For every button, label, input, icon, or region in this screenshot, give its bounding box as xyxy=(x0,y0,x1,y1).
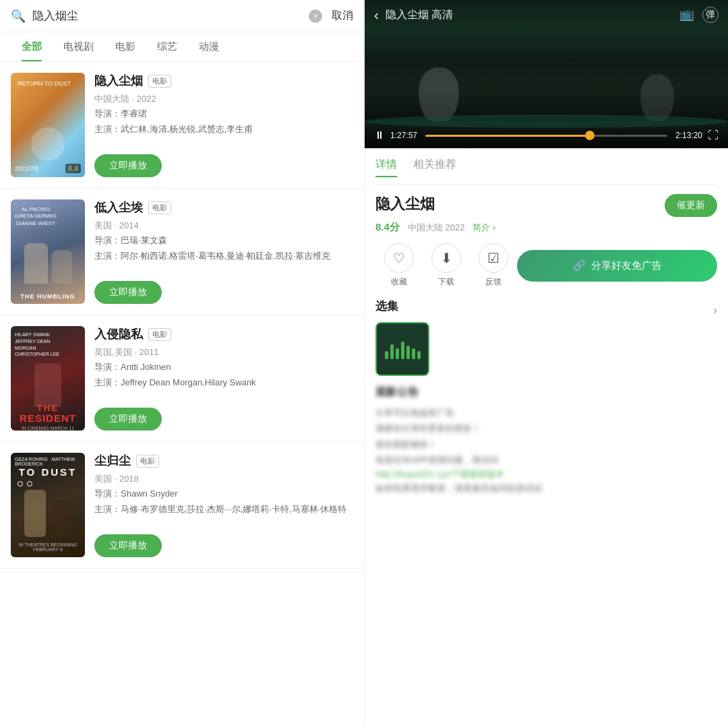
notice-title: 观影公告 xyxy=(375,385,717,400)
feedback-label: 反馈 xyxy=(485,276,502,288)
score-row: 8.4分 中国大陆 2022 简介 › xyxy=(375,221,717,234)
movie-tag-3: 电影 xyxy=(148,328,171,341)
movie-title-1: 隐入尘烟 xyxy=(94,73,143,89)
notice-line-1: 分享可以免提前广告 xyxy=(375,405,717,420)
fullscreen-button[interactable]: ⛶ xyxy=(708,129,719,141)
tab-movie[interactable]: 电影 xyxy=(104,32,146,61)
movie-cast-4: 主演：马修·布罗德里克,莎拉·杰斯···尔,娜塔莉·卡特,马塞林·休格特 xyxy=(94,503,353,516)
update-button[interactable]: 催更新 xyxy=(665,194,717,217)
ep-bar-3 xyxy=(396,348,399,359)
progress-fill xyxy=(425,135,590,137)
right-panel: ‹ 隐入尘烟 高清 📺 弹 ⏸ 1:27:57 2:13:20 ⛶ xyxy=(364,0,728,727)
speed-settings-icon[interactable]: 弹 xyxy=(702,7,719,23)
movie-card-2: AL PACINO GRETA GERWIG DIANNE WIEST THE … xyxy=(0,189,364,315)
notice-link[interactable]: http://thupo001.xyz/下载最新版本 xyxy=(375,468,717,480)
movie-tag-2: 电影 xyxy=(148,201,171,214)
movie-title-4: 尘归尘 xyxy=(94,453,131,469)
action-row: ♡ 收藏 ⬇ 下载 ☑ 反馈 🔗 分享好友免广告 xyxy=(375,243,717,288)
episode-thumb-1[interactable] xyxy=(375,322,429,376)
detail-tabs: 详情 相关推荐 xyxy=(375,148,717,185)
detail-title: 隐入尘烟 xyxy=(375,194,435,214)
movie-title-3: 入侵隐私 xyxy=(94,326,143,342)
episodes-section: 选集 › xyxy=(375,298,717,376)
tab-anime[interactable]: 动漫 xyxy=(188,32,230,61)
cast-icon[interactable]: 📺 xyxy=(679,7,694,23)
ep-bars xyxy=(385,339,421,359)
figure-right xyxy=(640,74,674,121)
search-bar: 🔍 隐入烟尘 × 取消 xyxy=(0,0,364,32)
tab-tv[interactable]: 电视剧 xyxy=(53,32,104,61)
tab-bar: 全部 电视剧 电影 综艺 动漫 xyxy=(0,32,364,62)
tab-variety[interactable]: 综艺 xyxy=(146,32,188,61)
action-download[interactable]: ⬇ 下载 xyxy=(423,243,470,288)
movie-meta-1: 中国大陆 · 2022 xyxy=(94,93,353,105)
tab-related[interactable]: 相关推荐 xyxy=(413,158,456,177)
back-button[interactable]: ‹ xyxy=(374,7,379,23)
play-btn-2[interactable]: 立即播放 xyxy=(94,281,162,304)
play-btn-4[interactable]: 立即播放 xyxy=(94,534,162,557)
clear-button[interactable]: × xyxy=(309,9,322,23)
tab-detail[interactable]: 详情 xyxy=(375,158,397,177)
video-player: ‹ 隐入尘烟 高清 📺 弹 ⏸ 1:27:57 2:13:20 ⛶ xyxy=(365,0,728,148)
figure-left xyxy=(419,67,459,121)
left-panel: 🔍 隐入烟尘 × 取消 全部 电视剧 电影 综艺 动漫 RETURN TO xyxy=(0,0,364,727)
notice-line-3: 祝你观影愉快！ xyxy=(375,437,717,452)
intro-link[interactable]: 简介 › xyxy=(473,222,495,234)
action-collect[interactable]: ♡ 收藏 xyxy=(375,243,423,288)
movie-poster-4[interactable]: GEZA ROHRIG MATTHEW BRODERICK TO DUST IN… xyxy=(11,453,85,557)
ep-bar-6 xyxy=(412,348,415,359)
movie-tag-4: 电影 xyxy=(136,455,159,468)
movie-card-3: HILARY SWANK JEFFREY DEAN MORGAN CHRISTO… xyxy=(0,315,364,442)
search-icon: 🔍 xyxy=(11,9,26,24)
movie-meta-4: 美国 · 2018 xyxy=(94,473,353,485)
play-btn-1[interactable]: 立即播放 xyxy=(94,154,162,177)
movie-card-4: GEZA ROHRIG MATTHEW BRODERICK TO DUST IN… xyxy=(0,442,364,569)
pause-button[interactable]: ⏸ xyxy=(374,129,385,141)
player-title: 隐入尘烟 高清 xyxy=(386,8,679,22)
movie-poster-3[interactable]: HILARY SWANK JEFFREY DEAN MORGAN CHRISTO… xyxy=(11,326,85,431)
tab-all[interactable]: 全部 xyxy=(11,32,53,61)
ep-bar-5 xyxy=(406,346,410,359)
progress-bar-container: ⏸ 1:27:57 2:13:20 ⛶ xyxy=(374,129,719,141)
region-year: 中国大陆 2022 xyxy=(408,222,465,234)
ep-bar-4 xyxy=(401,342,404,359)
ep-bar-1 xyxy=(385,351,388,359)
movie-meta-3: 英国,美国 · 2011 xyxy=(94,346,353,358)
movie-info-3: 入侵隐私 电影 英国,美国 · 2011 导演：Antti Jokinen 主演… xyxy=(94,326,353,431)
movie-cast-2: 主演：阿尔·帕西诺,格雷塔·葛韦格,曼迪·帕廷金,凯拉·塞吉维克 xyxy=(94,249,353,263)
feedback-icon: ☑ xyxy=(479,243,508,273)
results-list: RETURN TO DUST 2022/7/8 8.4 隐入尘烟 电影 中国大陆… xyxy=(0,62,364,727)
download-label: 下载 xyxy=(438,276,454,288)
collect-label: 收藏 xyxy=(391,276,407,288)
episodes-scroll-icon[interactable]: › xyxy=(713,303,717,317)
action-feedback[interactable]: ☑ 反馈 xyxy=(470,243,517,288)
collect-icon: ♡ xyxy=(384,243,414,273)
notice-line-4: 知道任何APP使用问题，请访问 xyxy=(375,452,717,468)
movie-director-2: 导演：巴瑞·莱文森 xyxy=(94,234,353,247)
movie-card-1: RETURN TO DUST 2022/7/8 8.4 隐入尘烟 电影 中国大陆… xyxy=(0,62,364,189)
play-btn-3[interactable]: 立即播放 xyxy=(94,408,162,431)
movie-director-3: 导演：Antti Jokinen xyxy=(94,361,353,373)
total-time: 2:13:20 xyxy=(673,131,702,140)
movie-info-4: 尘归尘 电影 美国 · 2018 导演：Shawn Snyder 主演：马修·布… xyxy=(94,453,353,557)
progress-thumb[interactable] xyxy=(585,131,595,140)
movie-score: 8.4分 xyxy=(375,221,400,234)
movie-info-1: 隐入尘烟 电影 中国大陆 · 2022 导演：李睿珺 主演：武仁林,海清,杨光锐… xyxy=(94,73,353,177)
movie-tag-1: 电影 xyxy=(148,75,171,88)
ep-bar-2 xyxy=(390,344,394,359)
notice-section: 观影公告 分享可以免提前广告 感谢你分享给更多的朋友！ 祝你观影愉快！ 知道任何… xyxy=(375,385,717,496)
player-header: ‹ 隐入尘烟 高清 📺 弹 xyxy=(365,0,728,30)
share-label: 分享好友免广告 xyxy=(591,259,662,272)
detail-section: 详情 相关推荐 隐入尘烟 催更新 8.4分 中国大陆 2022 简介 › ♡ 收… xyxy=(365,148,728,727)
movie-poster-1[interactable]: RETURN TO DUST 2022/7/8 8.4 xyxy=(11,73,85,177)
progress-track[interactable] xyxy=(425,135,667,137)
current-time: 1:27:57 xyxy=(390,131,420,140)
search-query[interactable]: 隐入烟尘 xyxy=(32,8,309,24)
movie-meta-2: 美国 · 2014 xyxy=(94,220,353,232)
movie-director-1: 导演：李睿珺 xyxy=(94,108,353,120)
movie-cast-3: 主演：Jeffrey Dean Morgan,Hilary Swank xyxy=(94,376,353,389)
share-button[interactable]: 🔗 分享好友免广告 xyxy=(517,250,717,282)
player-icons: 📺 弹 xyxy=(679,7,719,23)
movie-poster-2[interactable]: AL PACINO GRETA GERWIG DIANNE WIEST THE … xyxy=(11,199,85,304)
cancel-button[interactable]: 取消 xyxy=(332,9,353,23)
